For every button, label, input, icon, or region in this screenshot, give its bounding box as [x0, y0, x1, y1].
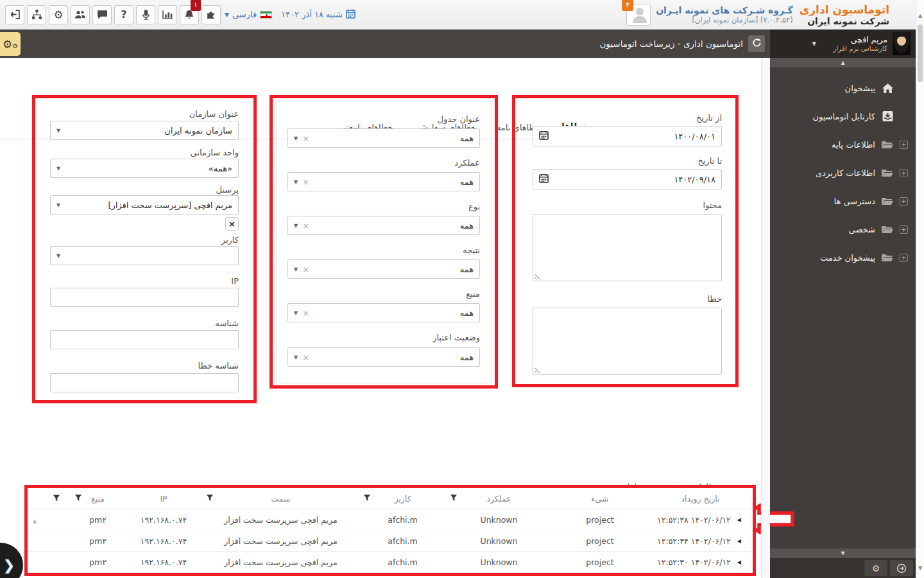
- clear-icon[interactable]: ×: [302, 221, 309, 231]
- sidebar-collapse-button[interactable]: [890, 560, 913, 576]
- settings-button[interactable]: ⚙: [49, 5, 68, 24]
- organization-select[interactable]: سازمان نمونه ایران▼: [50, 121, 239, 140]
- clear-icon[interactable]: ×: [302, 134, 309, 143]
- filter-funnel-icon[interactable]: [206, 494, 214, 504]
- chevron-down-icon: ▼: [294, 267, 298, 272]
- scroll-down-arrow-icon[interactable]: ▼: [918, 565, 922, 571]
- source-select[interactable]: همه×▼: [287, 303, 480, 322]
- org-unit-select[interactable]: «همه»▼: [50, 159, 239, 178]
- sidebar-item-accesses[interactable]: + دسترسی ها: [770, 187, 916, 215]
- validity-status-select[interactable]: همه×▼: [287, 347, 480, 367]
- chevron-right-icon: ❯: [3, 557, 15, 574]
- column-header-ip[interactable]: IP: [125, 494, 202, 504]
- clear-icon[interactable]: ×: [302, 353, 309, 362]
- error-id-input[interactable]: [50, 373, 239, 392]
- groups-button[interactable]: [71, 5, 90, 24]
- panel-expand-toggle[interactable]: ❯: [0, 543, 23, 578]
- expand-plus-icon[interactable]: +: [900, 141, 908, 149]
- messages-button[interactable]: [92, 5, 112, 24]
- field-label: وضعیت اعتبار: [287, 333, 480, 342]
- clear-icon[interactable]: ×: [302, 265, 309, 274]
- personnel-select[interactable]: مریم افچی [سرپرست سخت افزار]▼: [50, 195, 239, 215]
- column-header-event-date[interactable]: تاریخ رویداد: [648, 494, 753, 504]
- table-row[interactable]: ◀۱۴۰۲/۰۶/۱۲ ۱۲:۵۲:۳۸ project Unknown afc…: [28, 509, 753, 530]
- column-header-object[interactable]: شیء: [552, 494, 648, 504]
- error-textarea[interactable]: [533, 308, 722, 375]
- sidebar-item-cartable[interactable]: کارتابل اتوماسیون: [770, 102, 916, 130]
- clear-icon[interactable]: ×: [302, 177, 309, 187]
- sidebar-footer: ⚙: [770, 558, 916, 578]
- to-date-input[interactable]: ۱۴۰۲/۰۹/۱۸: [533, 169, 722, 189]
- filter-funnel-icon[interactable]: [450, 494, 458, 504]
- content-textarea[interactable]: [533, 214, 722, 281]
- gear-icon: ⚙: [872, 563, 880, 574]
- calendar-icon[interactable]: [539, 173, 549, 185]
- chevron-down-icon: ▼: [225, 12, 229, 18]
- user-block[interactable]: مریم افچی کارشناس نرم افزار ▼: [770, 30, 916, 58]
- type-select[interactable]: همه×▼: [287, 216, 480, 235]
- chevron-down-icon: ▼: [294, 355, 298, 360]
- page-scrollbar[interactable]: ▲ ▼: [916, 0, 924, 578]
- voice-button[interactable]: [136, 5, 155, 24]
- organization-badge: ۳: [622, 0, 633, 11]
- column-header-source[interactable]: منبع: [71, 494, 125, 504]
- field-label: از تاریخ: [533, 113, 722, 123]
- user-role: کارشناس نرم افزار: [833, 44, 887, 53]
- logout-icon: [10, 9, 21, 20]
- sidebar-item-dashboard[interactable]: پیشخوان: [770, 74, 916, 102]
- table-row[interactable]: ◀۱۴۰۲/۰۶/۱۲ ۱۲:۵۲:۳۴ project Unknown afc…: [28, 530, 753, 552]
- row-expander-icon[interactable]: ◀: [737, 538, 741, 544]
- filter-funnel-icon[interactable]: [74, 494, 82, 504]
- resize-handle[interactable]: [535, 367, 540, 373]
- sidebar-item-personal[interactable]: + شخصی: [770, 215, 916, 243]
- from-date-input[interactable]: ۱۴۰۰/۰۸/۰۱: [533, 126, 722, 146]
- column-header-user[interactable]: کاربر: [359, 494, 446, 504]
- close-icon: ×: [228, 219, 235, 229]
- expand-plus-icon[interactable]: +: [900, 197, 908, 206]
- sidebar-item-base-info[interactable]: + اطلاعات پایه: [770, 130, 916, 159]
- sidebar-scroll-down[interactable]: ▼: [770, 548, 916, 558]
- content-scrollbar-gutter[interactable]: [761, 58, 770, 578]
- field-label: محتوا: [533, 200, 722, 210]
- column-header-position[interactable]: سمت: [202, 494, 359, 504]
- current-date: شنبه ۱۸ آذر ۱۴۰۲: [281, 9, 355, 21]
- help-button[interactable]: ?: [114, 5, 133, 24]
- filter-funnel-icon[interactable]: [363, 494, 371, 504]
- org-chart-button[interactable]: [27, 5, 46, 24]
- row-expander-icon[interactable]: ◀: [737, 559, 741, 565]
- language-selector[interactable]: فارسی ▼: [225, 10, 272, 19]
- expand-plus-icon[interactable]: +: [900, 169, 908, 177]
- sidebar-item-applied-info[interactable]: + اطلاعات کاربردی: [770, 159, 916, 187]
- organization-block[interactable]: گـروه شـرکت های نمونه ایـران (۷.۰.۲.۵۴) …: [626, 4, 793, 26]
- scroll-up-arrow-icon[interactable]: ▲: [918, 13, 922, 19]
- expand-plus-icon[interactable]: +: [900, 254, 908, 262]
- table-title-select[interactable]: همه×▼: [287, 128, 480, 148]
- column-header-extra-filter[interactable]: [42, 494, 71, 504]
- column-header-action[interactable]: عملکرد: [446, 494, 552, 504]
- ip-input[interactable]: [50, 288, 239, 307]
- personnel-clear-button[interactable]: ×: [225, 217, 239, 231]
- logout-button[interactable]: [5, 5, 24, 24]
- organization-avatar[interactable]: ۳: [626, 4, 651, 26]
- calendar-icon[interactable]: [539, 130, 549, 142]
- clear-icon[interactable]: ×: [302, 308, 309, 318]
- reports-button[interactable]: [158, 5, 177, 24]
- id-input[interactable]: [50, 330, 239, 349]
- scrollbar-thumb[interactable]: [918, 24, 923, 82]
- sidebar-item-service-desk[interactable]: + پیشخوان خدمت: [770, 243, 916, 272]
- sidebar-scroll-up[interactable]: ▲: [770, 58, 916, 67]
- field-label: پرسنل: [50, 185, 239, 195]
- refresh-button[interactable]: [748, 35, 765, 52]
- plugins-button[interactable]: [201, 5, 221, 24]
- notifications-button[interactable]: ۱: [180, 5, 199, 24]
- expand-plus-icon[interactable]: +: [900, 225, 908, 234]
- table-row[interactable]: ◀۱۴۰۲/۰۶/۱۲ ۱۲:۵۲:۳۰ project Unknown afc…: [28, 552, 753, 573]
- resize-handle[interactable]: [535, 274, 540, 279]
- result-select[interactable]: همه×▼: [287, 259, 480, 279]
- quick-settings-button[interactable]: ⚙⚙: [0, 32, 21, 56]
- row-expander-icon[interactable]: ◀: [737, 517, 741, 523]
- grid-scroll-up-icon[interactable]: ▲: [28, 516, 42, 524]
- action-select[interactable]: همه×▼: [287, 172, 480, 191]
- user-select[interactable]: ▼: [50, 246, 239, 265]
- sidebar-settings-button[interactable]: ⚙: [864, 560, 887, 576]
